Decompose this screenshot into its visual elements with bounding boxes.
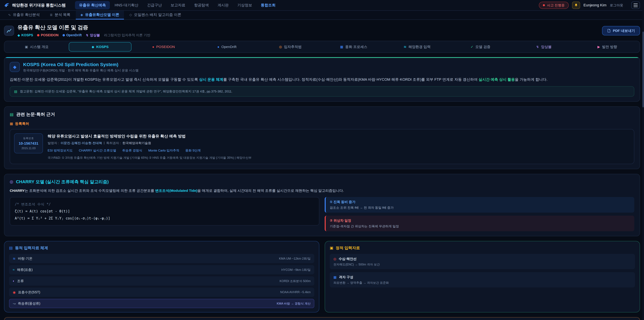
code-comment: /* 변조조석 수식 */ <box>15 201 314 208</box>
papers-book-icon: ▤ <box>10 112 14 117</box>
patent-tag-weathering[interactable]: 풍화 5단계 <box>185 148 201 153</box>
tab-analysis-list[interactable]: ≣ 분석 목록 <box>45 11 75 20</box>
pdf-export-button[interactable]: PDF 내보내기 <box>602 26 640 36</box>
dynamic-input-card: ▤ 동적 입력자료 체계 ≋바람·기온 KMA UM·~12km·2회/일 ≈해… <box>4 241 319 312</box>
section-tab-kosps[interactable]: ◆KOSPS <box>69 42 132 52</box>
patent-keyword-tags: ESI 방제정보지도 CHARRY 실시간 조류모델 취송류 경험식 Monte… <box>48 148 252 153</box>
kosps-diamond-icon: ◆ <box>18 33 20 37</box>
charry-formula-code: /* 변조조석 수식 */ ζ(t) = A(t) cos[σt - θ(t)]… <box>10 197 319 225</box>
section-tab-particle-tracking[interactable]: ◎입자추적법 <box>259 42 322 52</box>
charry-description: CHARRY는 조화분석에 의한 검조소 실시간 조위와 조석 수치모델링에 의… <box>10 188 634 193</box>
nav-item-integrated-search[interactable]: 통합조회 <box>257 1 280 10</box>
wind-icon: ≋ <box>13 256 16 261</box>
patent-title: 해양 유류오염사고 발생시 효율적인 방제방안 수립을 위한 유출유 확산 예측… <box>48 133 252 139</box>
monitor-icon: ▣ <box>25 45 28 49</box>
top-navbar: 해양환경 위기대응 통합시스템 유출유 확산예측 HNS·대기확산 긴급구난 보… <box>0 0 644 11</box>
dynamic-input-title-row: ▤ 동적 입력자료 체계 <box>9 245 314 250</box>
boom-theory-icon: ◇ <box>129 13 132 17</box>
section-tabs: ▣시스템 개요 ◆KOSPS ●POSEIDON ●OpenDrift ◎입자추… <box>4 41 640 53</box>
hamburger-menu-button[interactable] <box>631 2 640 9</box>
charry-target-icon: ◎ <box>10 179 13 184</box>
static-input-title-row: ▣ 정적 입력자료 <box>330 245 635 250</box>
page-scrollbar[interactable] <box>642 0 644 320</box>
patent-section-title: 관련 논문·특허 근거 <box>16 111 55 117</box>
charry-notes: ① 진폭 동비 증가 검조소 조위 진폭 f배 → 전 격자 동일 f배 증가 … <box>325 197 634 231</box>
incident-status-badge: 사고 진행중 <box>539 2 569 9</box>
user-name: Eunjeong Kim <box>584 3 606 8</box>
wdc-formula-card: ∠ 취송류(Wind-Driven Current) 경험식 /* 취송류 유속… <box>4 317 640 320</box>
static-row-bathymetry: ◎수심·해안선 전자해도(ENC) → 500m 격자 보간 <box>330 254 635 269</box>
patent-card: 등록번호 10-1567431 2015.11.03 해양 유류오염사고 발생시… <box>10 129 634 164</box>
tag-theory-note: 라그랑지안 입자추적 이론 기반 <box>104 33 150 38</box>
patent-section-card: ▤ 관련 논문·특허 근거 ▦ 등록특허 등록번호 10-1567431 201… <box>4 106 640 169</box>
dynamic-row-tide: ◐조류 KORDI 조화분석·500m <box>9 276 314 286</box>
note-title: ② 위상차 일정 <box>330 218 630 223</box>
tide-icon: ◐ <box>13 279 15 283</box>
section-tab-model-validation[interactable]: ✓모델 검증 <box>449 42 512 52</box>
brand-name: 해양환경 위기대응 통합시스템 <box>12 3 66 8</box>
red-dot-icon: ● <box>152 45 154 49</box>
hamburger-icon <box>634 4 638 4</box>
nav-item-aerial-search[interactable]: 항공탐색 <box>190 1 213 10</box>
dynamic-row-current: ≈해류(표층) HYCOM·~9km·1회/일 <box>9 265 314 274</box>
tag-ensemble: ↯ 앙상블 <box>86 33 100 38</box>
nav-item-oil-spill-prediction[interactable]: 유출유 확산예측 <box>75 1 110 10</box>
highlight-realtime-use: 실시간 예측 상시 활용 <box>479 77 515 82</box>
section-tab-ensemble[interactable]: ↯앙상블 <box>512 42 575 52</box>
check-icon: ✓ <box>470 45 474 49</box>
section-tab-weathering-process[interactable]: ▦풍화 프로세스 <box>322 42 385 52</box>
ensemble-bolt-icon: ↯ <box>86 33 88 37</box>
model-theory-icon: ◈ <box>80 13 83 17</box>
static-row-grid: ▦격자 구성 좌표변환 → 영역추출 → 격자보간 표준화 <box>330 272 635 287</box>
rocket-icon: ▶ <box>598 45 600 49</box>
nav-item-weather-info[interactable]: 기상정보 <box>233 1 256 10</box>
charry-title: CHARRY 모델 (실시간 조류예측 핵심 알고리즘) <box>16 179 109 185</box>
nav-right-area: 사고 진행중 Eunjeong Kim 로그아웃 <box>539 2 640 9</box>
input-data-columns: ▤ 동적 입력자료 체계 ≋바람·기온 KMA UM·~12km·2회/일 ≈해… <box>4 241 640 312</box>
patent-tag-charry[interactable]: CHARRY 실시간 조류모델 <box>79 148 116 153</box>
reference-text: 참고문헌: 김혜진·이문진·오세웅·강준묵, “유출유 확산 예측 모델의 상시… <box>20 89 232 94</box>
tag-poseidon: POSEIDON <box>37 33 58 37</box>
section-tab-opendrift[interactable]: ●OpenDrift <box>196 42 258 52</box>
page-icon-box <box>4 26 14 36</box>
patent-tag-esi[interactable]: ESI 방제정보지도 <box>48 148 73 153</box>
nav-item-hns-air-diffusion[interactable]: HNS·대기확산 <box>110 1 142 10</box>
dynamic-row-wind: ≋바람·기온 KMA UM·~12km·2회/일 <box>9 254 314 263</box>
patent-tag-wdc[interactable]: 취송류 경험식 <box>122 148 142 153</box>
highlight-operational-system: 상시 운용 체계 <box>199 77 223 82</box>
scrollbar-thumb[interactable] <box>642 32 644 107</box>
static-input-card: ▣ 정적 입력자료 ◎수심·해안선 전자해도(ENC) → 500m 격자 보간… <box>325 241 640 312</box>
logout-link[interactable]: 로그아웃 <box>610 3 623 8</box>
tab-boom-algorithm-theory[interactable]: ◇ 오일펜스 배치 알고리즘 이론 <box>124 11 186 20</box>
kosps-description: 김혜진·이문진·오세웅·강준묵(2011)이 개발한 KOSPS는 유류오염사고… <box>10 76 634 83</box>
tag-opendrift: OpenDrift <box>62 33 82 37</box>
wing-logo-icon <box>4 2 10 8</box>
nav-item-reports[interactable]: 보고자료 <box>166 1 189 10</box>
spill-analysis-icon: ∿ <box>8 13 11 17</box>
section-tab-ocean-env-input[interactable]: ≋해양환경 입력 <box>386 42 448 52</box>
notification-bell-button[interactable] <box>572 2 580 9</box>
section-tab-system-overview[interactable]: ▣시스템 개요 <box>5 42 68 52</box>
inventor-names: 이문진·김혜진·이승현·전대혁 <box>61 141 102 145</box>
patent-tag-montecarlo[interactable]: Monte Carlo 입자추적 <box>148 148 179 153</box>
grid-cells-icon: ▦ <box>334 275 336 279</box>
charry-title-row: ◎ CHARRY 모델 (실시간 조류예측 핵심 알고리즘) <box>10 179 634 185</box>
diamond-icon: ◆ <box>92 45 94 49</box>
owner-name: 한국해양과학기술원 <box>122 141 151 145</box>
patent-registration-box: 등록번호 10-1567431 2015.11.03 <box>14 133 43 153</box>
patent-section-title-row: ▤ 관련 논문·특허 근거 <box>10 111 634 117</box>
tab-spill-analysis[interactable]: ∿ 유출유 확산분석 <box>3 11 44 20</box>
app-brand: 해양환경 위기대응 통합시스템 <box>4 2 66 8</box>
formula-zeta: ζ(t) = A(t) cos[σt - θ(t)] <box>15 208 314 215</box>
note-title: ① 진폭 동비 증가 <box>330 200 630 204</box>
tab-model-theory[interactable]: ◈ 유출유확산모델 이론 <box>76 11 124 20</box>
kosps-subtitle: 한국해양연구원(KORDI) 개발 · 한국 해역 특화 유출유 확산 예측 상… <box>23 68 138 73</box>
nav-item-board[interactable]: 게시판 <box>214 1 232 10</box>
note-body: 기준점-격자점 간 위상차는 진폭에 무관하게 일정 <box>330 224 630 228</box>
nav-item-emergency-rescue[interactable]: 긴급구난 <box>143 1 166 10</box>
section-tab-poseidon[interactable]: ●POSEIDON <box>132 42 195 52</box>
dynamic-row-sst: ◉표층수온(SST) NOAA AVHRR·~5.4km <box>9 288 314 297</box>
wave-icon: ≋ <box>404 45 406 49</box>
patent-meta: 발명자 : 이문진·김혜진·이승현·전대혁 | 특허권자 : 한국해양과학기술원 <box>48 141 252 145</box>
section-tab-future-direction[interactable]: ▶발전 방향 <box>576 42 639 52</box>
